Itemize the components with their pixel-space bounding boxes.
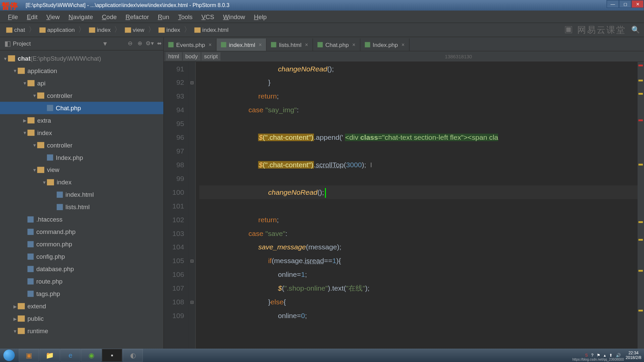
- taskbar-clock[interactable]: 22:342018/2/8: [626, 351, 641, 360]
- code-editor[interactable]: 9192939495969798991001011021031041051061…: [164, 62, 644, 349]
- code-line-96[interactable]: $(".chat-content").append(' <div class="…: [199, 130, 644, 144]
- tree-item-controller[interactable]: ▼controller: [0, 89, 163, 102]
- code-crumb-body[interactable]: body: [183, 52, 201, 61]
- code-line-93[interactable]: return;: [199, 89, 644, 103]
- code-crumb-html[interactable]: html: [166, 52, 182, 61]
- locate-icon[interactable]: ⊕: [136, 40, 144, 48]
- tree-item-route-php[interactable]: route.php: [0, 275, 163, 288]
- menu-window[interactable]: Window: [219, 11, 250, 22]
- breadcrumb-item[interactable]: index: [86, 26, 113, 34]
- tab-index-html[interactable]: index.html×: [217, 39, 267, 51]
- tab-close-icon[interactable]: ×: [305, 42, 308, 48]
- tree-item-extend[interactable]: ▶extend: [0, 300, 163, 312]
- tab-Events-php[interactable]: Events.php×: [164, 39, 216, 51]
- tree-item-index[interactable]: ▼index: [0, 127, 163, 139]
- code-line-100[interactable]: changeNoRead();: [199, 185, 644, 199]
- tray-icon[interactable]: ⚑: [597, 353, 600, 358]
- breadcrumb-item[interactable]: application: [37, 26, 77, 34]
- tree-item-application[interactable]: ▼application: [0, 65, 163, 77]
- taskbar-app-green[interactable]: ◉: [81, 349, 101, 362]
- menu-tools[interactable]: Tools: [174, 11, 197, 22]
- menu-file[interactable]: File: [4, 11, 22, 22]
- search-icon[interactable]: 🔍: [631, 26, 640, 34]
- menu-navigate[interactable]: Navigate: [64, 11, 97, 22]
- breadcrumb-item[interactable]: view: [122, 26, 147, 34]
- tab-close-icon[interactable]: ×: [401, 42, 405, 48]
- tree-item-index-html[interactable]: index.html: [0, 188, 163, 201]
- tree-root[interactable]: ▼chat (E:\phpStudy\WWW\chat): [0, 52, 163, 65]
- code-crumb-script[interactable]: script: [201, 52, 220, 61]
- tree-item-extra[interactable]: ▶extra: [0, 114, 163, 127]
- taskbar-app-obs[interactable]: ◐: [123, 349, 143, 362]
- code-line-102[interactable]: return;: [199, 213, 644, 227]
- code-line-108[interactable]: }else{: [199, 295, 644, 309]
- code-line-107[interactable]: $(".shop-online").text("在线");: [199, 282, 644, 295]
- project-dropdown-arrow[interactable]: ▾: [103, 39, 107, 48]
- breadcrumb-item[interactable]: index.html: [192, 26, 231, 34]
- menu-edit[interactable]: Edit: [22, 11, 42, 22]
- tab-Index-php[interactable]: Index.php×: [360, 39, 410, 51]
- project-tree[interactable]: ▼chat (E:\phpStudy\WWW\chat)▼application…: [0, 50, 163, 337]
- code-line-97[interactable]: [199, 144, 644, 158]
- code-line-104[interactable]: save_message(message);: [199, 240, 644, 254]
- tray-volume-icon[interactable]: 🔊: [616, 353, 621, 358]
- tab-lists-html[interactable]: lists.html×: [267, 39, 313, 51]
- tree-item-Chat-php[interactable]: Chat.php: [0, 102, 163, 114]
- hide-icon[interactable]: ⬌: [155, 40, 163, 48]
- tray-icon[interactable]: ?: [591, 353, 594, 358]
- code-line-101[interactable]: [199, 199, 644, 213]
- minimize-button[interactable]: —: [606, 0, 619, 8]
- tree-item-config-php[interactable]: config.php: [0, 250, 163, 263]
- project-panel-title[interactable]: Project: [13, 40, 103, 47]
- tree-item-controller[interactable]: ▼controller: [0, 139, 163, 151]
- windows-taskbar[interactable]: ▣ 📁 e ◉ ▪ ◐ S ? ⚑ ▴ ⬆ 🔊 22:342018/2/8 ht…: [0, 349, 644, 362]
- maximize-button[interactable]: ◻: [619, 0, 631, 8]
- tree-item-Index-php[interactable]: Index.php: [0, 151, 163, 164]
- tray-network-icon[interactable]: ⬆: [609, 353, 612, 358]
- tray-expand-icon[interactable]: ▴: [604, 353, 606, 358]
- tree-item-tags-php[interactable]: tags.php: [0, 288, 163, 300]
- menu-refactor[interactable]: Refactor: [121, 11, 153, 22]
- tab-Chat-php[interactable]: Chat.php×: [313, 39, 360, 51]
- menu-view[interactable]: View: [42, 11, 64, 22]
- taskbar-app-ie[interactable]: e: [60, 349, 80, 362]
- tree-item--htaccess[interactable]: .htaccess: [0, 213, 163, 226]
- menu-help[interactable]: Help: [250, 11, 271, 22]
- error-stripe[interactable]: [638, 62, 644, 349]
- close-button[interactable]: ✕: [631, 0, 644, 8]
- tree-item-runtime[interactable]: ▼runtime: [0, 325, 163, 337]
- code-line-99[interactable]: [199, 172, 644, 185]
- settings-icon[interactable]: ⚙▾: [146, 40, 154, 48]
- menu-code[interactable]: Code: [98, 11, 121, 22]
- tray-icon[interactable]: S: [585, 353, 588, 358]
- tab-close-icon[interactable]: ×: [259, 42, 262, 48]
- code-line-105[interactable]: if(message.isread==1){: [199, 254, 644, 268]
- breadcrumb-item[interactable]: chat: [4, 26, 28, 34]
- taskbar-app-explorer[interactable]: 📁: [40, 349, 60, 362]
- taskbar-app-terminal[interactable]: ▪: [102, 349, 122, 362]
- code-line-103[interactable]: case "save":: [199, 227, 644, 240]
- tree-item-database-php[interactable]: database.php: [0, 263, 163, 275]
- breadcrumb-item[interactable]: index: [156, 26, 183, 34]
- tree-item-public[interactable]: ▶public: [0, 312, 163, 325]
- menu-vcs[interactable]: VCS: [197, 11, 218, 22]
- code-lines[interactable]: changeNoRead(); } return; case "say_img"…: [196, 62, 644, 349]
- code-line-94[interactable]: case "say_img":: [199, 103, 644, 117]
- code-line-91[interactable]: changeNoRead();: [199, 62, 644, 76]
- tab-close-icon[interactable]: ×: [352, 42, 355, 48]
- tree-item-index[interactable]: ▼index: [0, 176, 163, 188]
- tree-item-command-php[interactable]: command.php: [0, 226, 163, 238]
- fold-column[interactable]: ⊟⊟⊟: [189, 62, 196, 349]
- tab-close-icon[interactable]: ×: [209, 42, 212, 48]
- tree-item-lists-html[interactable]: lists.html: [0, 201, 163, 213]
- tree-item-common-php[interactable]: common.php: [0, 238, 163, 250]
- tree-item-view[interactable]: ▼view: [0, 164, 163, 176]
- code-line-106[interactable]: online=1;: [199, 268, 644, 282]
- project-dropdown-icon[interactable]: ◧: [4, 39, 11, 48]
- code-line-95[interactable]: [199, 117, 644, 130]
- tree-item-api[interactable]: ▼api: [0, 77, 163, 89]
- start-button[interactable]: [0, 349, 18, 362]
- collapse-icon[interactable]: ⊖: [126, 40, 134, 48]
- code-line-92[interactable]: }: [199, 76, 644, 89]
- code-line-98[interactable]: $(".chat-content").scrollTop(3000); I: [199, 158, 644, 172]
